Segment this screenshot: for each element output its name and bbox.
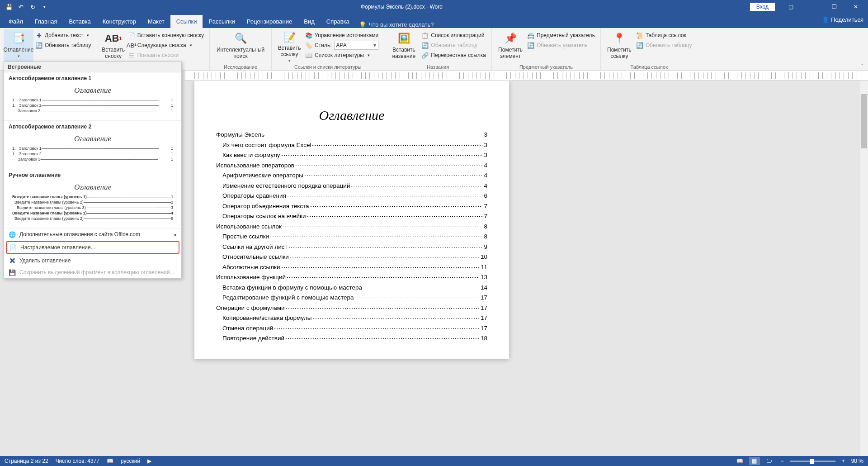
toc-entry[interactable]: Оператор объединения текста 7 xyxy=(222,203,487,209)
custom-toc[interactable]: 📄Настраиваемое оглавление... xyxy=(6,241,179,254)
toc-button[interactable]: 📑 Оглавление ▾ xyxy=(4,29,33,63)
bibliography-button[interactable]: 📖Список литературы▾ xyxy=(303,50,380,60)
tab-references[interactable]: Ссылки xyxy=(170,15,203,28)
maximize-icon[interactable]: ❐ xyxy=(824,0,844,14)
add-text-icon: ✚ xyxy=(35,32,42,39)
toc-entry[interactable]: Использование ссылок 8 xyxy=(216,223,487,230)
insert-footnote-button[interactable]: AB1 Вставить сноску xyxy=(101,29,126,63)
vertical-scrollbar[interactable] xyxy=(860,81,868,456)
toc-entry[interactable]: Формулы Эксель 3 xyxy=(216,131,487,138)
tab-view[interactable]: Вид xyxy=(298,15,321,28)
toc-entry[interactable]: Редактирование функций с помощью мастера… xyxy=(222,294,487,301)
toc-entry[interactable]: Арифметические операторы 4 xyxy=(222,172,487,179)
login-button[interactable]: Вход xyxy=(750,3,775,11)
web-layout-icon[interactable]: 🖵 xyxy=(764,457,774,465)
tab-design[interactable]: Конструктор xyxy=(97,15,142,28)
tab-review[interactable]: Рецензирование xyxy=(241,15,298,28)
smart-lookup-button[interactable]: 🔍 Интеллектуальный поиск xyxy=(213,29,268,63)
collapse-ribbon-icon[interactable]: ˇ xyxy=(858,63,866,69)
update-toc-button[interactable]: 🔄Обновить таблицу xyxy=(33,40,93,50)
toc-entry[interactable]: Операторы сравнения 6 xyxy=(222,192,487,199)
toc-entry[interactable]: Копирование/вставка формулы 17 xyxy=(222,314,487,321)
citation-style[interactable]: 🏷️Стиль:APA xyxy=(303,40,380,50)
status-bar: Страница 2 из 22 Число слов: 4377 📖 русс… xyxy=(0,456,868,466)
tab-insert[interactable]: Вставка xyxy=(63,15,96,28)
toc-entry[interactable]: Ссылки на другой лист 9 xyxy=(222,243,487,250)
toc-preset-manual[interactable]: Ручное оглавление Оглавление Введите наз… xyxy=(4,169,181,228)
redo-icon[interactable]: ↻ xyxy=(27,1,38,12)
update-figures-button: 🔄Обновить таблицу xyxy=(420,40,488,50)
next-footnote-button[interactable]: AB¹Следующая сноска▾ xyxy=(126,40,206,50)
page-indicator[interactable]: Страница 2 из 22 xyxy=(5,458,48,464)
toc-entry[interactable]: Операции с формулами 17 xyxy=(216,304,487,311)
mark-entry-button[interactable]: 📌 Пометить элемент xyxy=(495,29,525,63)
toc-entry[interactable]: Операторы ссылок на ячейки 7 xyxy=(222,213,487,219)
toc-preset-auto1[interactable]: Автособираемое оглавление 1 Оглавление 1… xyxy=(4,72,181,121)
toc-entry[interactable]: Использование функций 13 xyxy=(216,274,487,281)
caption-icon: 🖼️ xyxy=(396,31,411,46)
save-icon[interactable]: 💾 xyxy=(4,1,14,12)
toc-entry[interactable]: Повторение действий 18 xyxy=(222,335,487,342)
ribbon-mode-icon[interactable]: ▢ xyxy=(780,0,801,14)
toc-entry[interactable]: Вставка функции в формулу с помощью маст… xyxy=(222,284,487,291)
toc-entry[interactable]: Изменение естественного порядка операций… xyxy=(222,182,487,189)
ruler[interactable] xyxy=(185,71,868,81)
manage-sources-icon: 📚 xyxy=(305,32,312,39)
ribbon-tabs: Файл Главная Вставка Конструктор Макет С… xyxy=(0,14,868,28)
insert-citation-button[interactable]: 📝 Вставить ссылку ▾ xyxy=(275,29,303,63)
page[interactable]: Оглавление Формулы Эксель 3Из чего состо… xyxy=(194,81,509,359)
zoom-level[interactable]: 90 % xyxy=(851,458,863,464)
zoom-in-icon[interactable]: + xyxy=(839,458,848,464)
toc-entry[interactable]: Отмена операций 17 xyxy=(222,325,487,332)
manage-sources-button[interactable]: 📚Управление источниками xyxy=(303,30,380,40)
list-figures-icon: 📋 xyxy=(421,32,429,39)
insert-caption-button[interactable]: 🖼️ Вставить название xyxy=(388,29,420,63)
undo-icon[interactable]: ↶ xyxy=(15,1,26,12)
toa-icon: 📜 xyxy=(636,32,643,39)
mark-citation-label: Пометить ссылку xyxy=(604,47,634,59)
toc-entry[interactable]: Относительные ссылки 10 xyxy=(222,253,487,260)
add-text-button[interactable]: ✚Добавить текст▾ xyxy=(33,30,93,40)
language-indicator[interactable]: русский xyxy=(121,458,140,464)
insert-endnote-button[interactable]: 📄Вставить концевую сноску xyxy=(126,30,206,40)
zoom-slider[interactable] xyxy=(790,461,835,462)
toc-preset-auto2[interactable]: Автособираемое оглавление 2 Оглавление 1… xyxy=(4,121,181,169)
lightbulb-icon: 💡 xyxy=(359,21,366,28)
show-footnotes-icon: ☰ xyxy=(128,52,135,59)
insert-toa-button[interactable]: 📜Таблица ссылок xyxy=(634,30,694,40)
share-button[interactable]: 👤 Поделиться xyxy=(822,16,863,23)
spellcheck-icon[interactable]: 📖 xyxy=(107,458,113,464)
print-layout-icon[interactable]: ▦ xyxy=(749,457,760,465)
mark-citation-button[interactable]: 📍 Пометить ссылку xyxy=(604,29,634,63)
remove-toc[interactable]: 🗙Удалить оглавление xyxy=(4,255,181,266)
insert-index-button[interactable]: 📇Предметный указатель xyxy=(525,30,597,40)
word-count[interactable]: Число слов: 4377 xyxy=(56,458,99,464)
zoom-out-icon[interactable]: − xyxy=(778,458,787,464)
list-figures-button[interactable]: 📋Список иллюстраций xyxy=(420,30,488,40)
tab-file[interactable]: Файл xyxy=(3,15,29,28)
custom-toc-icon: 📄 xyxy=(9,244,17,251)
tab-help[interactable]: Справка xyxy=(321,15,355,28)
update-toa-button: 🔄Обновить таблицу xyxy=(634,40,694,50)
tell-me-search[interactable]: 💡 Что вы хотите сделать? xyxy=(359,21,434,28)
close-icon[interactable]: ✕ xyxy=(845,0,866,14)
tab-layout[interactable]: Макет xyxy=(142,15,170,28)
more-toc-office[interactable]: 🌐Дополнительные оглавления с сайта Offic… xyxy=(4,228,181,240)
insert-footnote-label: Вставить сноску xyxy=(101,47,126,59)
toc-entry[interactable]: Абсолютные ссылки 11 xyxy=(222,264,487,271)
tab-home[interactable]: Главная xyxy=(29,15,63,28)
cross-reference-button[interactable]: 🔗Перекрестная ссылка xyxy=(420,50,488,60)
toc-entry[interactable]: Простые ссылки 8 xyxy=(222,233,487,240)
insert-caption-label: Вставить название xyxy=(388,47,420,59)
tab-mailings[interactable]: Рассылки xyxy=(203,15,241,28)
toc-entry[interactable]: Как ввести формулу 3 xyxy=(222,152,487,158)
macro-icon[interactable]: ▶ xyxy=(147,458,151,464)
style-select[interactable]: APA xyxy=(334,41,378,50)
office-icon: 🌐 xyxy=(9,231,16,238)
qat-customize-icon[interactable]: ▾ xyxy=(39,1,50,12)
toc-entry[interactable]: Использование операторов 4 xyxy=(216,162,487,169)
minimize-icon[interactable]: — xyxy=(802,0,823,14)
read-mode-icon[interactable]: 📖 xyxy=(735,457,745,465)
refresh-icon: 🔄 xyxy=(421,42,429,49)
toc-entry[interactable]: Из чего состоит формула Excel 3 xyxy=(222,142,487,148)
